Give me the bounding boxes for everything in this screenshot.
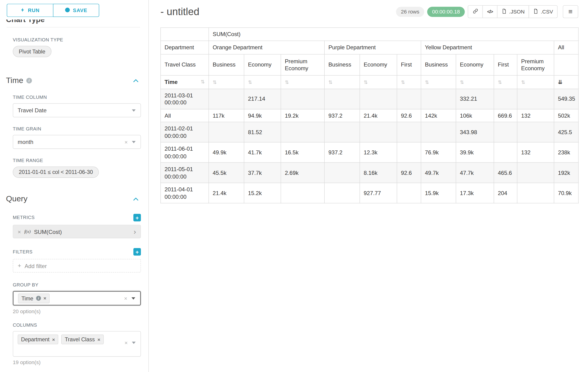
sort-icon[interactable]: ⇅ xyxy=(328,79,333,85)
clear-icon[interactable]: × xyxy=(124,296,127,301)
pivot-cell xyxy=(397,122,421,142)
control-panel: RUN SAVE Chart Type VISUALIZATION TYPE P… xyxy=(0,0,149,372)
column-sort-header[interactable]: ⇅ xyxy=(421,75,456,89)
clear-icon[interactable]: × xyxy=(124,139,128,145)
pivot-cell: 332.21 xyxy=(456,89,494,109)
column-sort-header[interactable]: ⇅ xyxy=(209,75,244,89)
column-sort-header[interactable]: ⇅ xyxy=(517,75,554,89)
sort-icon[interactable]: ⇅ xyxy=(521,79,525,85)
chevron-up-icon[interactable] xyxy=(133,78,138,83)
function-icon: f(x) xyxy=(24,229,31,234)
column-sort-header[interactable]: ⇅ xyxy=(494,75,517,89)
remove-tag-icon[interactable]: × xyxy=(43,296,46,301)
remove-tag-icon[interactable]: × xyxy=(97,337,100,342)
group-by-tag-time[interactable]: Time i × xyxy=(18,293,50,303)
pivot-cell xyxy=(517,162,554,183)
column-sort-header[interactable]: ⇅ xyxy=(325,75,360,89)
sort-icon[interactable]: ⇅ xyxy=(364,79,368,85)
run-button[interactable]: RUN xyxy=(7,4,53,17)
sort-icon[interactable]: ⇅ xyxy=(213,79,217,85)
time-grain-select[interactable]: month × xyxy=(13,135,141,149)
pivot-cell: 76.9k xyxy=(421,142,456,162)
class-header: First xyxy=(397,54,421,75)
export-csv-button[interactable]: .CSV xyxy=(529,5,557,18)
save-button[interactable]: SAVE xyxy=(53,4,99,17)
chevron-up-icon[interactable] xyxy=(133,197,138,201)
column-sort-header-active[interactable]: ⇊ xyxy=(554,75,578,89)
class-header: Premium Economy xyxy=(517,54,554,75)
table-row: 2011-02-01 00:00:00 81.52 343.98 425.5 xyxy=(161,122,578,142)
pivot-cell xyxy=(281,122,325,142)
file-icon xyxy=(533,8,538,15)
more-menu-button[interactable]: ≡ xyxy=(563,5,578,18)
chart-header-actions: 26 rows 00:00:00.18 </> xyxy=(396,5,578,18)
metric-chip[interactable]: × f(x) SUM(Cost) › xyxy=(13,225,141,238)
column-sort-header[interactable]: ⇅ xyxy=(397,75,421,89)
class-header: Business xyxy=(209,54,244,75)
export-json-button[interactable]: .JSON xyxy=(497,5,529,18)
group-by-label: GROUP BY xyxy=(13,282,141,287)
sort-icon[interactable]: ⇅ xyxy=(248,79,252,85)
metric-header-cell: SUM(Cost) xyxy=(209,28,578,41)
class-header-empty xyxy=(554,54,578,75)
pivot-cell: 2.69k xyxy=(281,162,325,183)
time-range-pill[interactable]: 2011-01-01 ≤ col < 2011-06-30 xyxy=(13,167,99,178)
group-by-select[interactable]: Time i × × xyxy=(13,291,141,306)
columns-options-hint: 19 option(s) xyxy=(13,359,141,365)
clear-icon[interactable]: × xyxy=(124,340,128,345)
section-divider xyxy=(7,27,140,27)
columns-select[interactable]: Department × Travel Class × × xyxy=(13,331,141,357)
chevron-down-icon[interactable] xyxy=(132,297,135,299)
pivot-cell: 142k xyxy=(421,109,456,122)
chevron-down-icon[interactable] xyxy=(132,141,136,143)
column-sort-header[interactable]: ⇅ xyxy=(456,75,494,89)
sort-descending-icon[interactable]: ⇊ xyxy=(558,79,562,85)
sort-icon[interactable]: ⇅ xyxy=(285,79,289,85)
columns-tag-travel-class[interactable]: Travel Class × xyxy=(61,335,104,344)
chevron-right-icon[interactable]: › xyxy=(134,228,136,235)
pivot-cell: 39.9k xyxy=(456,142,494,162)
pivot-cell xyxy=(397,183,421,203)
share-link-button[interactable] xyxy=(468,5,483,18)
columns-tag-department[interactable]: Department × xyxy=(18,335,58,344)
add-filter-button[interactable]: + Add filter xyxy=(13,259,141,273)
view-query-button[interactable]: </> xyxy=(483,5,498,18)
chevron-down-icon[interactable] xyxy=(132,109,136,112)
time-column-select[interactable]: Travel Date xyxy=(13,104,141,117)
pivot-cell xyxy=(397,89,421,109)
row-label: 2011-04-01 00:00:00 xyxy=(161,183,209,203)
remove-tag-icon[interactable]: × xyxy=(52,337,55,342)
column-sort-header[interactable]: ⇅ xyxy=(281,75,325,89)
sort-icon[interactable]: ⇅ xyxy=(401,79,405,85)
time-range-label: TIME RANGE xyxy=(13,158,141,163)
pivot-cell: 12.3k xyxy=(360,142,397,162)
pivot-cell xyxy=(494,122,517,142)
columns-label: COLUMNS xyxy=(13,322,141,328)
table-row: 2011-06-01 00:00:00 49.9k 41.7k 16.5k 93… xyxy=(161,142,578,162)
pivot-cell xyxy=(325,162,360,183)
class-header: Premium Economy xyxy=(281,54,325,75)
time-sort-header[interactable]: Time ⇅ xyxy=(161,75,209,89)
chevron-down-icon[interactable] xyxy=(132,341,136,344)
class-header: Economy xyxy=(244,54,281,75)
sort-icon[interactable]: ⇅ xyxy=(460,79,464,85)
sort-icon[interactable]: ⇅ xyxy=(425,79,429,85)
column-sort-header[interactable]: ⇅ xyxy=(244,75,281,89)
column-sort-header[interactable]: ⇅ xyxy=(360,75,397,89)
query-timer-badge: 00:00:00.18 xyxy=(427,7,465,17)
sort-icon[interactable]: ⇅ xyxy=(498,79,502,85)
pivot-cell: 37.7k xyxy=(244,162,281,183)
sort-row: Time ⇅ ⇅ ⇅ ⇅ ⇅ ⇅ ⇅ ⇅ ⇅ ⇅ ⇅ ⇊ xyxy=(161,75,578,89)
add-filter-plus-button[interactable]: + xyxy=(133,248,141,255)
pivot-cell: 204 xyxy=(494,183,517,203)
visualization-type-label: VISUALIZATION TYPE xyxy=(13,37,141,43)
visualization-type-pill[interactable]: Pivot Table xyxy=(13,46,51,57)
remove-metric-icon[interactable]: × xyxy=(18,229,21,234)
pivot-cell xyxy=(494,142,517,162)
pivot-cell: 49.9k xyxy=(209,142,244,162)
add-metric-button[interactable]: + xyxy=(133,214,141,221)
pivot-cell: 937.2 xyxy=(325,109,360,122)
pivot-cell xyxy=(421,89,456,109)
sort-icon[interactable]: ⇅ xyxy=(200,79,205,85)
pivot-cell: 19.2k xyxy=(281,109,325,122)
